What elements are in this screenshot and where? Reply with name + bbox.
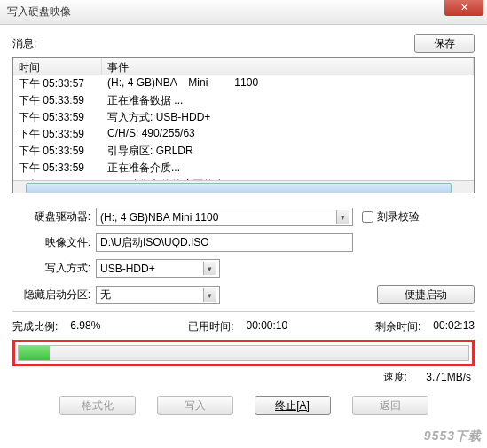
progress-bar: [18, 345, 469, 361]
elapsed-label: 已用时间:: [188, 319, 233, 334]
abort-button[interactable]: 终止[A]: [255, 396, 331, 415]
log-row: 下午 05:33:59正在准备数据 ...: [13, 92, 474, 109]
back-button: 返回: [352, 396, 428, 415]
write-button: 写入: [157, 396, 233, 415]
hidden-partition-select[interactable]: 无 ▾: [96, 286, 220, 304]
col-time: 时间: [13, 58, 102, 75]
progress-highlight: [12, 340, 475, 366]
speed-label: 速度:: [383, 371, 407, 383]
drive-label: 硬盘驱动器:: [12, 209, 96, 224]
close-button[interactable]: ✕: [444, 0, 483, 16]
portable-boot-button[interactable]: 便捷启动: [377, 285, 475, 304]
chevron-down-icon: ▾: [203, 288, 216, 302]
progress-fill: [19, 346, 50, 360]
titlebar: 写入硬盘映像 ✕: [0, 0, 487, 25]
ratio-label: 完成比例:: [12, 319, 58, 334]
chevron-down-icon: ▾: [336, 210, 349, 224]
remain-label: 剩余时间:: [375, 319, 420, 334]
save-button[interactable]: 保存: [414, 34, 475, 53]
chevron-down-icon: ▾: [203, 262, 216, 275]
speed-value: 3.71MB/s: [426, 371, 471, 383]
col-event: 事件: [102, 58, 474, 75]
hidden-partition-label: 隐藏启动分区:: [12, 287, 96, 303]
image-file-label: 映像文件:: [12, 235, 96, 250]
write-method-select[interactable]: USB-HDD+ ▾: [96, 259, 220, 278]
watermark: 9553下载: [424, 428, 482, 444]
log-rows[interactable]: 下午 05:33:57(H:, 4 GB)NBA Mini 1100下午 05:…: [13, 75, 474, 180]
ratio-value: 6.98%: [70, 319, 100, 334]
messages-label: 消息:: [12, 36, 36, 51]
remain-value: 00:02:13: [433, 319, 475, 334]
log-row: 下午 05:33:57(H:, 4 GB)NBA Mini 1100: [13, 75, 474, 92]
log-row: 下午 05:33:59正在准备介质...: [13, 160, 474, 177]
write-method-label: 写入方式:: [12, 261, 96, 276]
log-row: 下午 05:33:59写入方式: USB-HDD+: [13, 109, 474, 126]
log-box: 时间 事件 下午 05:33:57(H:, 4 GB)NBA Mini 1100…: [12, 57, 475, 193]
log-row: 下午 05:33:59引导扇区: GRLDR: [13, 143, 474, 160]
divider: [12, 311, 475, 312]
log-row: 下午 05:33:59C/H/S: 490/255/63: [13, 126, 474, 143]
elapsed-value: 00:00:10: [246, 319, 287, 334]
window-title: 写入硬盘映像: [7, 4, 71, 20]
burn-verify-checkbox[interactable]: 刻录校验: [362, 209, 420, 224]
horizontal-scrollbar[interactable]: [13, 180, 474, 193]
image-file-input[interactable]: [96, 233, 353, 252]
format-button: 格式化: [59, 396, 136, 415]
log-header: 时间 事件: [13, 58, 474, 75]
drive-select[interactable]: (H:, 4 GB)NBA Mini 1100 ▾: [96, 208, 353, 226]
